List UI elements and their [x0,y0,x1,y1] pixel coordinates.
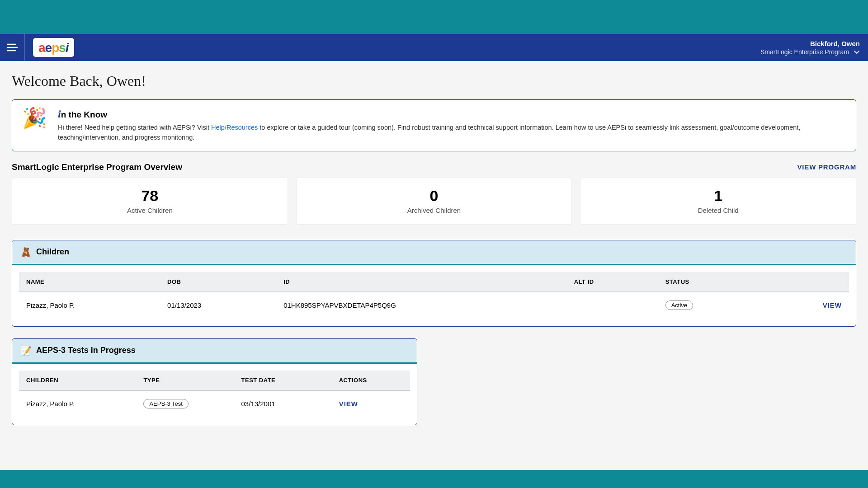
tests-panel: 📝AEPS-3 Tests in Progress CHILDREN TYPE … [12,338,417,425]
col-dob: DOB [160,272,276,292]
page-title: Welcome Back, Owen! [12,73,856,89]
col-testdate: TEST DATE [234,371,332,390]
user-name: Bickford, Owen [810,40,860,47]
program-selector-label: SmartLogic Enterprise Program [760,48,849,56]
tests-table: CHILDREN TYPE TEST DATE ACTIONS Pizazz, … [19,371,410,417]
col-altid: ALT ID [567,272,658,292]
tests-panel-title: AEPS-3 Tests in Progress [36,346,136,355]
col-status: STATUS [658,272,766,292]
stat-archived-children: 0 Archived Children [296,178,572,225]
col-id: ID [276,272,567,292]
chevron-down-icon [854,50,860,54]
overview-title: SmartLogic Enterprise Program Overview [12,162,182,172]
logo[interactable]: aepsi [33,38,74,57]
col-type: TYPE [136,371,234,390]
col-name: NAME [19,272,160,292]
info-text: Hi there! Need help getting started with… [58,123,844,143]
children-panel: 🧸Children NAME DOB ID ALT ID STATUS Piza… [12,240,856,327]
status-badge: Active [665,300,693,310]
stat-active-children: 78 Active Children [12,178,288,225]
col-actions: ACTIONS [332,371,410,390]
stat-deleted-child: 1 Deleted Child [580,178,856,225]
menu-button[interactable] [0,34,25,61]
info-title: in the Know [58,108,844,120]
children-panel-title: Children [36,247,69,257]
memo-icon: 📝 [20,345,32,356]
help-resources-link[interactable]: Help/Resources [211,124,258,131]
view-test-button[interactable]: VIEW [339,400,358,408]
program-selector[interactable]: SmartLogic Enterprise Program [760,48,860,56]
top-bar: aepsi Bickford, Owen SmartLogic Enterpri… [0,34,868,61]
table-row: Pizazz, Paolo P. AEPS-3 Test 03/13/2001 … [19,390,410,417]
teddy-bear-icon: 🧸 [20,247,32,258]
type-badge: AEPS-3 Test [143,399,188,408]
table-row: Pizazz, Paolo P. 01/13/2023 01HK895SPYAP… [19,292,849,318]
hamburger-icon [6,43,18,52]
in-the-know-box: 🎉 in the Know Hi there! Need help gettin… [12,99,856,151]
party-popper-icon: 🎉 [22,108,47,128]
view-program-button[interactable]: VIEW PROGRAM [797,163,856,171]
view-child-button[interactable]: VIEW [823,301,842,309]
stats-row: 78 Active Children 0 Archived Children 1… [12,178,856,225]
col-children: CHILDREN [19,371,136,390]
children-table: NAME DOB ID ALT ID STATUS Pizazz, Paolo … [19,272,849,318]
